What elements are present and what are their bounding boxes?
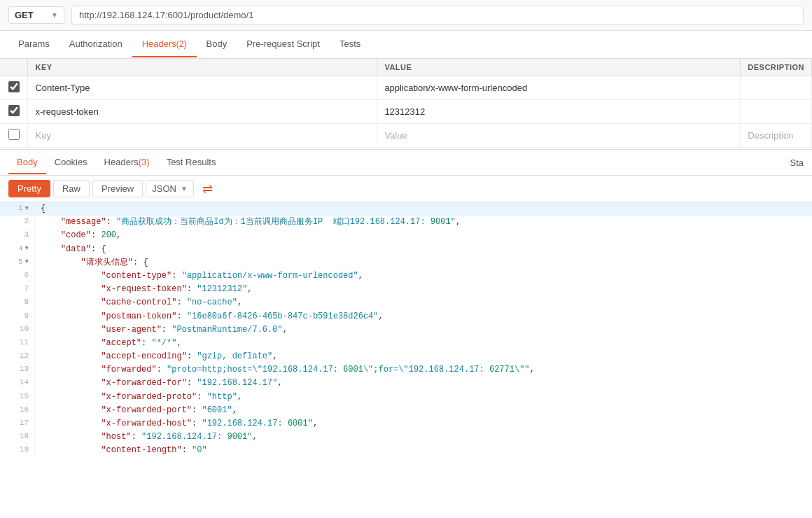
format-select[interactable]: JSON ▼ xyxy=(146,180,194,197)
line-number: 12 xyxy=(0,350,35,363)
row2-description xyxy=(741,100,812,124)
code-line: 20 } xyxy=(0,458,812,458)
method-label: GET xyxy=(15,10,34,20)
table-row: Content-Type application/x-www-form-urle… xyxy=(0,76,812,100)
code-line: 4▼ "data": { xyxy=(0,243,812,256)
code-line: 11 "accept": "*/*", xyxy=(0,337,812,350)
tab-prerequest[interactable]: Pre-request Script xyxy=(237,31,330,57)
url-bar: GET ▼ xyxy=(0,0,812,31)
code-line: 2 "message": "商品获取成功：当前商品Id为：1当前调用商品服务IP… xyxy=(0,216,812,229)
line-number: 14 xyxy=(0,377,35,389)
row3-description[interactable]: Description xyxy=(741,124,812,148)
line-number: 11 xyxy=(0,337,35,349)
line-content: { xyxy=(35,202,51,216)
line-content: "x-forwarded-for": "192.168.124.17", xyxy=(35,377,288,390)
line-content: "content-length": "0" xyxy=(35,444,213,457)
col-description: DESCRIPTION xyxy=(741,59,812,76)
line-content: "content-type": "application/x-www-form-… xyxy=(35,270,369,283)
tab-body[interactable]: Body xyxy=(197,31,237,57)
wrap-icon[interactable]: ⇌ xyxy=(202,181,213,197)
row3-checkbox[interactable] xyxy=(8,129,20,140)
line-content: "data": { xyxy=(35,243,112,256)
code-viewer[interactable]: 1▼{2 "message": "商品获取成功：当前商品Id为：1当前调用商品服… xyxy=(0,202,812,458)
row3-value[interactable]: Value xyxy=(377,124,741,148)
line-content: "forwarded": "proto=http;host=\"192.168.… xyxy=(35,363,540,377)
raw-button[interactable]: Raw xyxy=(53,180,90,197)
line-number: 9 xyxy=(0,310,35,323)
tab-headers[interactable]: Headers(2) xyxy=(132,31,197,57)
headers-table-header-row: KEY VALUE DESCRIPTION xyxy=(0,59,812,76)
tab-authorization[interactable]: Authorization xyxy=(59,31,132,57)
line-content: "accept": "*/*", xyxy=(35,337,188,350)
line-number: 16 xyxy=(0,404,35,416)
response-tab-cookies[interactable]: Cookies xyxy=(46,151,96,174)
line-content: "message": "商品获取成功：当前商品Id为：1当前调用商品服务IP 端… xyxy=(35,216,466,229)
line-content: "postman-token": "16e80a6f-8426-465b-847… xyxy=(35,310,389,323)
row2-checkbox-cell xyxy=(0,100,28,124)
table-row: x-request-token 12312312 xyxy=(0,100,812,124)
headers-table: KEY VALUE DESCRIPTION Content-Type xyxy=(0,59,812,148)
row2-key: x-request-token xyxy=(28,100,377,124)
row1-checkbox[interactable] xyxy=(8,81,20,92)
code-line: 17 "x-forwarded-host": "192.168.124.17: … xyxy=(0,417,812,430)
col-key: KEY xyxy=(28,59,377,76)
table-row: Key Value Description xyxy=(0,124,812,148)
line-number: 2 xyxy=(0,216,35,228)
code-line: 12 "accept-encoding": "gzip, deflate", xyxy=(0,350,812,363)
line-content: "cache-control": "no-cache", xyxy=(35,296,248,309)
response-tab-body[interactable]: Body xyxy=(8,151,46,174)
line-number: 20 xyxy=(0,458,35,458)
code-line: 1▼{ xyxy=(0,202,812,216)
line-content: "code": 200, xyxy=(35,229,127,242)
row2-value: 12312312 xyxy=(377,100,741,124)
code-line: 10 "user-agent": "PostmanRuntime/7.6.0", xyxy=(0,323,812,337)
response-tabs: Body Cookies Headers(3) Test Results Sta xyxy=(0,149,812,176)
line-content: "host": "192.168.124.17: 9001", xyxy=(35,430,263,444)
code-line: 8 "cache-control": "no-cache", xyxy=(0,296,812,309)
code-line: 3 "code": 200, xyxy=(0,229,812,242)
fold-arrow-icon[interactable]: ▼ xyxy=(25,257,29,267)
response-tab-headers[interactable]: Headers(3) xyxy=(96,151,158,174)
code-line: 15 "x-forwarded-proto": "http", xyxy=(0,391,812,404)
body-toolbar: Pretty Raw Preview JSON ▼ ⇌ xyxy=(0,176,812,202)
request-tabs: Params Authorization Headers(2) Body Pre… xyxy=(0,31,812,59)
line-content: "请求头信息": { xyxy=(35,256,154,270)
tab-tests[interactable]: Tests xyxy=(330,31,370,57)
fold-arrow-icon[interactable]: ▼ xyxy=(25,244,29,253)
line-number: 19 xyxy=(0,444,35,456)
row1-description xyxy=(741,76,812,100)
row2-checkbox[interactable] xyxy=(8,105,20,116)
line-content: "user-agent": "PostmanRuntime/7.6.0", xyxy=(35,323,293,337)
response-tab-test-results[interactable]: Test Results xyxy=(158,151,225,174)
row1-value: application/x-www-form-urlencoded xyxy=(377,76,741,100)
preview-button[interactable]: Preview xyxy=(92,180,143,197)
line-number: 4▼ xyxy=(0,243,35,255)
col-value: VALUE xyxy=(377,59,741,76)
line-number: 6 xyxy=(0,270,35,282)
code-line: 14 "x-forwarded-for": "192.168.124.17", xyxy=(0,377,812,390)
row3-checkbox-cell xyxy=(0,124,28,148)
response-status-area: Sta xyxy=(790,158,804,168)
line-number: 3 xyxy=(0,229,35,241)
code-line: 7 "x-request-token": "12312312", xyxy=(0,283,812,296)
method-select[interactable]: GET ▼ xyxy=(8,6,64,24)
code-line: 9 "postman-token": "16e80a6f-8426-465b-8… xyxy=(0,310,812,323)
headers-section: KEY VALUE DESCRIPTION Content-Type xyxy=(0,59,812,148)
pretty-button[interactable]: Pretty xyxy=(8,180,50,197)
method-arrow-icon: ▼ xyxy=(51,11,58,19)
tab-params[interactable]: Params xyxy=(8,31,59,57)
line-number: 7 xyxy=(0,283,35,295)
row3-key[interactable]: Key xyxy=(28,124,377,148)
line-content: "x-forwarded-port": "6001", xyxy=(35,404,243,417)
fold-arrow-icon[interactable]: ▼ xyxy=(25,204,29,214)
col-checkbox xyxy=(0,59,28,76)
code-line: 6 "content-type": "application/x-www-for… xyxy=(0,270,812,283)
line-number: 18 xyxy=(0,430,35,443)
line-number: 5▼ xyxy=(0,256,35,269)
line-number: 15 xyxy=(0,391,35,403)
code-line: 16 "x-forwarded-port": "6001", xyxy=(0,404,812,417)
url-input[interactable] xyxy=(71,6,804,24)
line-number: 13 xyxy=(0,363,35,376)
line-content: "x-forwarded-proto": "http", xyxy=(35,391,248,404)
line-number: 10 xyxy=(0,323,35,336)
